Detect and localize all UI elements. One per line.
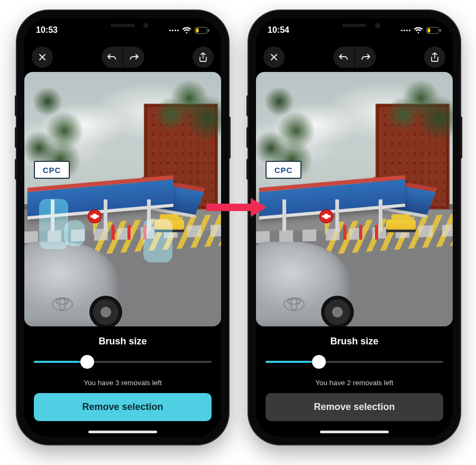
- wifi-icon: [182, 27, 191, 34]
- toyota-logo-icon: [52, 297, 73, 312]
- scene-bollard: [127, 225, 131, 240]
- controls-panel: Brush size You have 3 removals left Remo…: [24, 326, 221, 437]
- close-button[interactable]: [32, 47, 53, 68]
- undo-redo-group: [102, 47, 144, 68]
- close-icon: [270, 53, 278, 61]
- status-right: [169, 27, 209, 34]
- scene-bollard: [375, 225, 378, 240]
- phone-before: 10:53: [17, 11, 228, 444]
- remove-selection-button[interactable]: Remove selection: [266, 393, 443, 421]
- slider-fill: [34, 361, 87, 363]
- photo-canvas[interactable]: CPC: [24, 72, 221, 326]
- removals-left-text: You have 3 removals left: [84, 379, 161, 387]
- svg-rect-2: [208, 29, 209, 32]
- status-time: 10:53: [36, 25, 58, 35]
- undo-button[interactable]: [102, 47, 123, 68]
- svg-rect-1: [196, 28, 199, 32]
- scene-cpc-sign: CPC: [266, 161, 301, 179]
- brush-size-label: Brush size: [330, 336, 378, 347]
- undo-redo-group: [333, 47, 376, 68]
- slider-fill: [266, 361, 319, 363]
- removals-left-text: You have 2 removals left: [315, 379, 393, 387]
- editor-toolbar: [24, 42, 221, 72]
- battery-low-icon: [195, 27, 209, 34]
- screen: 10:54: [256, 18, 453, 437]
- battery-low-icon: [426, 27, 441, 34]
- undo-icon: [107, 53, 117, 61]
- remove-selection-button[interactable]: Remove selection: [34, 393, 212, 421]
- close-button[interactable]: [263, 47, 285, 68]
- selection-mask[interactable]: [143, 219, 172, 262]
- scene-taxi: [386, 220, 416, 232]
- scene-bollard: [359, 225, 362, 240]
- photo-canvas[interactable]: CPC: [256, 72, 453, 326]
- svg-rect-7: [428, 28, 431, 32]
- scene-pillar: [335, 199, 339, 231]
- selection-mask[interactable]: [39, 199, 68, 249]
- screen: 10:53: [24, 18, 221, 437]
- svg-point-11: [288, 299, 300, 304]
- redo-button[interactable]: [123, 47, 144, 68]
- scene-noentry-sign: [319, 209, 333, 223]
- share-icon: [199, 52, 207, 62]
- redo-icon: [129, 53, 139, 61]
- notch: [78, 18, 168, 33]
- transition-arrow-icon: [206, 198, 270, 216]
- status-right: [401, 27, 441, 34]
- scene-pillar: [379, 199, 382, 231]
- brush-size-slider[interactable]: [266, 354, 443, 369]
- controls-panel: Brush size You have 2 removals left Remo…: [256, 326, 453, 437]
- undo-icon: [339, 53, 349, 61]
- scene-foliage-right: [376, 72, 453, 146]
- comparison-stage: 10:53: [0, 0, 476, 465]
- home-indicator[interactable]: [320, 431, 389, 433]
- share-button[interactable]: [424, 47, 445, 68]
- phone-after: 10:54: [249, 11, 460, 444]
- share-button[interactable]: [193, 47, 214, 68]
- brush-size-slider[interactable]: [34, 354, 212, 369]
- share-icon: [431, 52, 439, 62]
- editor-toolbar: [256, 42, 453, 72]
- scene-pillar: [282, 199, 286, 231]
- redo-button[interactable]: [354, 47, 376, 68]
- scene-foliage-right: [144, 72, 221, 146]
- notch: [309, 18, 399, 33]
- scene-bollard: [343, 225, 346, 240]
- home-indicator[interactable]: [88, 431, 157, 433]
- status-time: 10:54: [268, 25, 289, 35]
- redo-icon: [361, 53, 370, 61]
- slider-thumb[interactable]: [80, 355, 94, 369]
- selection-mask[interactable]: [64, 220, 85, 247]
- brush-size-label: Brush size: [98, 336, 147, 347]
- toyota-logo-icon: [283, 297, 305, 312]
- svg-rect-8: [440, 29, 441, 32]
- scene-bollard: [112, 225, 115, 240]
- close-icon: [38, 53, 47, 61]
- svg-point-5: [56, 299, 69, 304]
- cellular-icon: [169, 30, 179, 31]
- scene-pillar: [104, 199, 107, 231]
- scene-cpc-sign: CPC: [34, 161, 70, 179]
- slider-thumb[interactable]: [312, 355, 326, 369]
- wifi-icon: [414, 27, 423, 34]
- cellular-icon: [401, 30, 410, 31]
- undo-button[interactable]: [333, 47, 354, 68]
- scene-noentry-sign: [88, 209, 102, 223]
